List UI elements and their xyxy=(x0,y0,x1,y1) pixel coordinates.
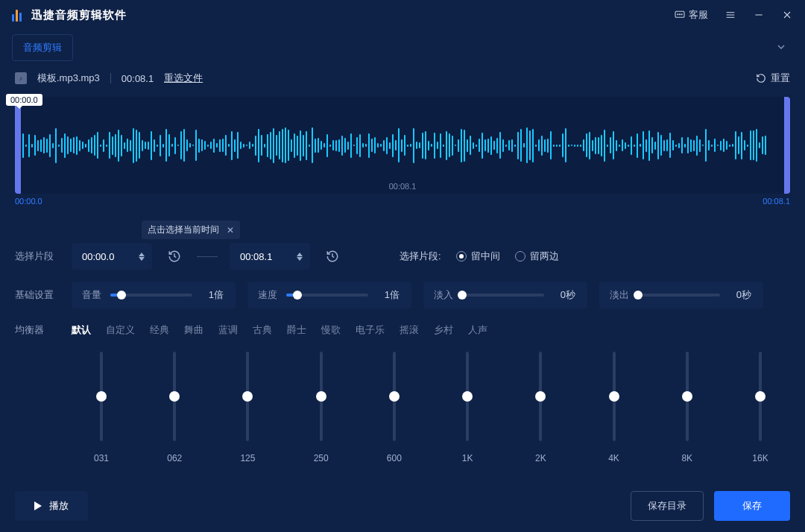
chat-icon xyxy=(674,9,686,21)
refresh-icon xyxy=(756,73,766,83)
waveform-area: 00:00.0 0.2 00:08.1 00:00.0 00:08.1 xyxy=(15,97,790,216)
play-button[interactable]: 播放 xyxy=(15,491,88,521)
eq-band-125: 125 xyxy=(225,352,270,463)
fadeout-block: 淡出 0秒 xyxy=(599,282,763,308)
eq-slider-031[interactable] xyxy=(100,352,103,441)
volume-block: 音量 1倍 xyxy=(72,282,236,308)
collapse-toggle[interactable] xyxy=(769,38,793,58)
eq-slider-1K[interactable] xyxy=(466,352,469,441)
segment-from-stepper[interactable] xyxy=(139,253,145,261)
chevron-down-icon xyxy=(775,41,787,53)
eq-slider-125[interactable] xyxy=(246,352,249,441)
tab-audio-trim[interactable]: 音频剪辑 xyxy=(12,34,73,61)
playhead-time-badge: 00:00.0 xyxy=(6,94,42,106)
save-button[interactable]: 保存 xyxy=(714,491,790,521)
eq-preset-5[interactable]: 古典 xyxy=(253,323,272,337)
fadein-block: 淡入 0秒 xyxy=(423,282,587,308)
eq-band-label: 031 xyxy=(94,453,109,463)
eq-preset-9[interactable]: 摇滚 xyxy=(400,323,419,337)
speed-value: 1倍 xyxy=(377,288,400,302)
eq-band-label: 2K xyxy=(535,453,546,463)
file-duration: 00:08.1 xyxy=(121,73,154,84)
eq-band-label: 4K xyxy=(608,453,619,463)
waveform-mid-time: 00:08.1 xyxy=(389,182,417,191)
waveform-canvas[interactable]: 00:08.1 xyxy=(15,97,790,194)
selection-handle-right[interactable] xyxy=(784,97,790,194)
selection-handle-left[interactable] xyxy=(15,97,21,194)
eq-slider-16K[interactable] xyxy=(759,352,762,441)
time-tooltip: 点击选择当前时间 ✕ xyxy=(142,221,240,239)
set-to-current-time[interactable] xyxy=(322,246,343,267)
reset-button[interactable]: 重置 xyxy=(756,72,790,85)
eq-band-label: 600 xyxy=(387,453,402,463)
volume-label: 音量 xyxy=(82,288,101,302)
play-label: 播放 xyxy=(49,499,69,513)
eq-preset-2[interactable]: 经典 xyxy=(150,323,169,337)
eq-band-8K: 8K xyxy=(665,352,710,463)
app-logo xyxy=(12,8,25,22)
keep-mode-group: 选择片段: 留中间 留两边 xyxy=(400,250,559,263)
keep-middle-radio[interactable]: 留中间 xyxy=(456,250,500,263)
eq-slider-250[interactable] xyxy=(320,352,323,441)
segment-to-stepper[interactable] xyxy=(297,253,303,261)
eq-band-250: 250 xyxy=(299,352,344,463)
eq-label: 均衡器 xyxy=(15,320,60,463)
reselect-file-link[interactable]: 重选文件 xyxy=(164,72,203,85)
eq-band-label: 250 xyxy=(314,453,329,463)
segment-row: 选择片段 00:00.0 00:08.1 选择片段: 留中间 留两边 xyxy=(0,237,805,276)
tabs-row: 音频剪辑 xyxy=(0,30,805,69)
customer-service-button[interactable]: 客服 xyxy=(674,8,708,22)
history-icon xyxy=(326,250,339,263)
eq-preset-11[interactable]: 人声 xyxy=(468,323,487,337)
eq-preset-3[interactable]: 舞曲 xyxy=(184,323,203,337)
set-from-current-time[interactable] xyxy=(164,246,185,267)
time-end: 00:08.1 xyxy=(763,197,790,206)
eq-band-062: 062 xyxy=(152,352,197,463)
waveform-bars xyxy=(22,97,783,194)
eq-slider-600[interactable] xyxy=(393,352,396,441)
eq-slider-8K[interactable] xyxy=(686,352,689,441)
eq-slider-2K[interactable] xyxy=(539,352,542,441)
reset-label: 重置 xyxy=(771,72,790,85)
fadein-slider[interactable] xyxy=(462,294,544,297)
segment-from-input[interactable]: 00:00.0 xyxy=(72,243,152,270)
eq-preset-0[interactable]: 默认 xyxy=(72,323,91,337)
keep-mode-label: 选择片段: xyxy=(400,250,441,263)
menu-icon xyxy=(724,9,736,21)
segment-from-value: 00:00.0 xyxy=(82,251,131,262)
eq-preset-7[interactable]: 慢歌 xyxy=(321,323,341,337)
eq-preset-4[interactable]: 蓝调 xyxy=(218,323,238,337)
segment-to-value: 00:08.1 xyxy=(240,251,289,262)
customer-service-label: 客服 xyxy=(689,8,708,22)
eq-preset-10[interactable]: 乡村 xyxy=(434,323,453,337)
svg-point-3 xyxy=(681,14,682,15)
close-button[interactable] xyxy=(781,9,793,21)
fadein-label: 淡入 xyxy=(434,288,453,302)
eq-preset-8[interactable]: 电子乐 xyxy=(356,323,385,337)
eq-band-label: 8K xyxy=(681,453,692,463)
bottom-bar: 播放 保存目录 保存 xyxy=(0,480,805,532)
eq-preset-1[interactable]: 自定义 xyxy=(106,323,135,337)
eq-band-2K: 2K xyxy=(518,352,563,463)
eq-slider-062[interactable] xyxy=(173,352,176,441)
segment-to-input[interactable]: 00:08.1 xyxy=(230,243,310,270)
eq-preset-6[interactable]: 爵士 xyxy=(287,323,306,337)
eq-slider-4K[interactable] xyxy=(613,352,616,441)
title-bar: 迅捷音频剪辑软件 客服 xyxy=(0,0,805,30)
segment-label: 选择片段 xyxy=(15,250,60,263)
close-icon xyxy=(781,9,793,21)
speed-block: 速度 1倍 xyxy=(247,282,411,308)
minimize-button[interactable] xyxy=(753,9,765,21)
keep-sides-radio[interactable]: 留两边 xyxy=(515,250,559,263)
fadein-value: 0秒 xyxy=(553,288,575,302)
save-directory-button[interactable]: 保存目录 xyxy=(631,491,704,521)
volume-slider[interactable] xyxy=(110,294,192,297)
menu-button[interactable] xyxy=(724,9,736,21)
speed-slider[interactable] xyxy=(286,294,368,297)
tooltip-close[interactable]: ✕ xyxy=(227,225,234,235)
fadeout-value: 0秒 xyxy=(729,288,751,302)
tooltip-text: 点击选择当前时间 xyxy=(148,224,219,236)
fadeout-slider[interactable] xyxy=(638,294,720,297)
eq-band-label: 16K xyxy=(752,453,768,463)
eq-band-031: 031 xyxy=(79,352,124,463)
